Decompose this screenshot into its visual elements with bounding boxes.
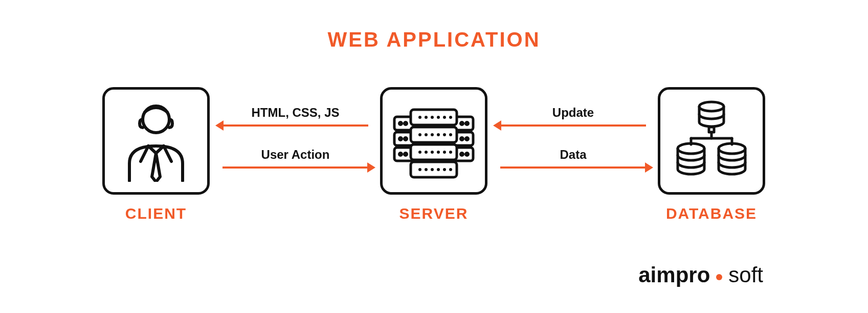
node-database-label: DATABASE <box>658 205 765 222</box>
svg-point-27 <box>443 116 446 119</box>
svg-point-40 <box>449 151 452 154</box>
database-icon <box>668 97 755 184</box>
svg-point-46 <box>449 168 452 171</box>
svg-point-26 <box>437 116 440 119</box>
brand-part2: soft <box>728 263 763 287</box>
svg-point-32 <box>437 133 440 136</box>
svg-point-34 <box>449 133 452 136</box>
svg-point-35 <box>418 151 421 154</box>
svg-point-41 <box>418 168 421 171</box>
person-icon <box>120 100 192 182</box>
node-client <box>102 87 210 195</box>
node-client-label: CLIENT <box>102 205 210 222</box>
svg-point-44 <box>437 168 440 171</box>
svg-point-43 <box>431 168 434 171</box>
svg-point-31 <box>431 133 434 136</box>
arrow-database-to-server-label: Update <box>500 106 646 120</box>
node-database <box>658 87 765 195</box>
node-server <box>380 87 487 195</box>
arrow-server-to-client-label: HTML, CSS, JS <box>222 106 368 120</box>
svg-point-16 <box>461 138 463 140</box>
arrow-database-to-server <box>500 124 646 127</box>
svg-point-37 <box>431 151 434 154</box>
svg-point-29 <box>418 133 421 136</box>
arrow-server-to-database-label: Data <box>500 148 646 162</box>
svg-point-39 <box>443 151 446 154</box>
svg-point-18 <box>461 153 463 156</box>
arrow-client-to-server <box>222 166 368 169</box>
brand-part1: aimpro <box>638 263 710 287</box>
svg-point-33 <box>443 133 446 136</box>
svg-point-4 <box>399 122 402 125</box>
svg-point-17 <box>466 153 469 156</box>
server-rack-icon <box>390 102 477 179</box>
svg-point-14 <box>461 122 463 125</box>
svg-point-9 <box>405 153 407 156</box>
svg-point-23 <box>418 116 421 119</box>
svg-point-5 <box>405 122 407 125</box>
svg-point-13 <box>466 122 469 125</box>
svg-point-7 <box>405 138 407 140</box>
brand-dot-icon <box>716 274 722 280</box>
arrow-server-to-database <box>500 166 646 169</box>
node-server-label: SERVER <box>380 205 487 222</box>
svg-point-36 <box>425 151 428 154</box>
svg-point-8 <box>399 153 402 156</box>
arrow-client-to-server-label: User Action <box>222 148 368 162</box>
svg-point-25 <box>431 116 434 119</box>
brand-logo: aimpro soft <box>638 263 763 287</box>
svg-point-15 <box>466 138 469 140</box>
svg-point-47 <box>699 102 724 111</box>
svg-point-42 <box>425 168 428 171</box>
svg-point-6 <box>399 138 402 140</box>
arrow-server-to-client <box>222 124 368 127</box>
svg-point-38 <box>437 151 440 154</box>
svg-point-30 <box>425 133 428 136</box>
diagram-title: WEB APPLICATION <box>0 28 868 51</box>
svg-point-24 <box>425 116 428 119</box>
svg-point-45 <box>443 168 446 171</box>
svg-point-28 <box>449 116 452 119</box>
